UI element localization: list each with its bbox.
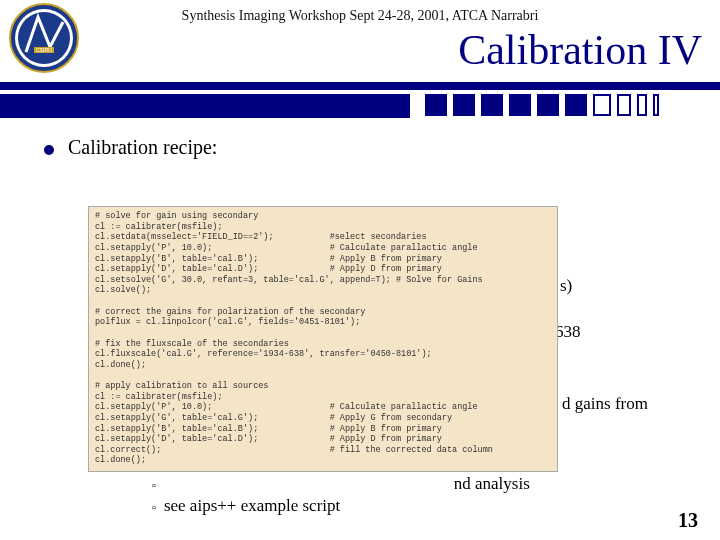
footer-line-analysis: ▫are corrected data in subsequent imagin… bbox=[152, 474, 530, 494]
code-example: # solve for gain using secondary cl := c… bbox=[88, 206, 558, 472]
csiro-logo: CSIRO bbox=[8, 2, 80, 74]
footer-line-aips: ▫see aips++ example script bbox=[152, 496, 340, 516]
bullet-dot bbox=[44, 145, 54, 155]
slide-title: Calibration IV bbox=[0, 26, 720, 74]
page-number: 13 bbox=[678, 509, 698, 532]
hidden-text-sources: s) bbox=[560, 276, 572, 296]
workshop-subtitle: Synthesis Imaging Workshop Sept 24-28, 2… bbox=[0, 8, 720, 24]
hidden-text-638: 638 bbox=[555, 322, 581, 342]
decorative-bars bbox=[0, 82, 720, 118]
hidden-text-gains: d gains from bbox=[562, 394, 648, 414]
svg-point-2 bbox=[18, 12, 70, 64]
svg-text:CSIRO: CSIRO bbox=[36, 47, 52, 53]
bullet-text: Calibration recipe: bbox=[68, 136, 217, 159]
